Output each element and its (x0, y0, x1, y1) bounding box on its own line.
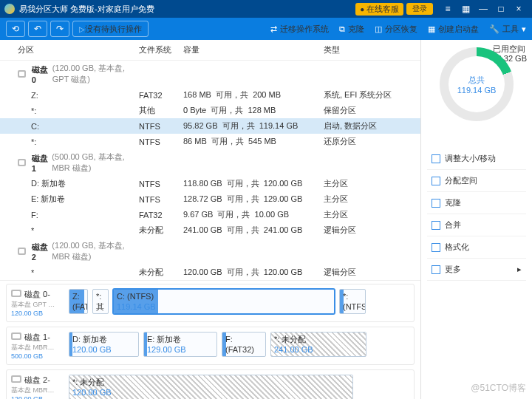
op-allocate[interactable]: 分配空间 (427, 170, 526, 192)
op-resize[interactable]: 调整大小/移动 (427, 148, 526, 170)
bar-segment[interactable]: D: 新加卷120.00 GB (69, 332, 139, 357)
partition-row[interactable]: Z:FAT32168 MB 可用，共 200 MB系统, EFI 系统分区 (0, 87, 420, 103)
disk-row[interactable]: 磁盘 1 (500.00 GB, 基本盘, MBR 磁盘) (0, 149, 420, 176)
col-type: 类型 (324, 44, 415, 55)
pending-ops-button[interactable]: ▷ 没有待执行操作 (72, 21, 149, 37)
op-more[interactable]: 更多 ▸ (427, 259, 526, 281)
resize-icon (432, 154, 440, 163)
partition-row[interactable]: *未分配120.00 GB 可用，共 120.00 GB逻辑分区 (0, 265, 420, 280)
tools-button[interactable]: 🔧 工具 ▾ (489, 24, 526, 35)
bar-segment[interactable]: C: (NTFS)119.14 GB (113, 289, 335, 314)
disk-row[interactable]: 磁盘 0 (120.00 GB, 基本盘, GPT 磁盘) (0, 61, 420, 87)
partition-row[interactable]: *:NTFS86 MB 可用，共 545 MB还原分区 (0, 134, 420, 149)
allocate-icon (432, 177, 440, 185)
table-header: 分区 文件系统 容量 类型 (0, 40, 420, 61)
redo-button[interactable]: ↷ (50, 21, 69, 37)
app-logo-icon (4, 4, 15, 14)
disk-bar-row[interactable]: 磁盘 0-基本盘 GPT …120.00 GBZ: (FAT32)200 MB*… (6, 284, 415, 322)
partition-row[interactable]: C:NTFS95.82 GB 可用，共 119.14 GB启动, 数据分区 (0, 118, 420, 134)
refresh-button[interactable]: ⟲ (6, 21, 25, 37)
partition-list: 磁盘 0 (120.00 GB, 基本盘, GPT 磁盘)Z:FAT32168 … (0, 61, 420, 280)
col-cap: 容量 (183, 44, 324, 55)
clone-button[interactable]: ⧉ 克隆 (339, 24, 364, 35)
disk-bar-row[interactable]: 磁盘 2-基本盘 MBR…120.00 GB*: 未分配120.00 GB (6, 369, 415, 399)
merge-icon (432, 221, 440, 230)
bar-segment[interactable]: *: 未分配241.00 GB (270, 332, 366, 357)
disk-icon (18, 159, 26, 166)
bootdisk-button[interactable]: ▦ 创建启动盘 (428, 24, 479, 35)
col-name: 分区 (6, 44, 139, 55)
bar-segment[interactable]: E: 新加卷129.00 GB (143, 332, 217, 357)
partition-row[interactable]: *未分配241.00 GB 可用，共 241.00 GB逻辑分区 (0, 222, 420, 238)
format-icon (432, 243, 440, 252)
online-support-button[interactable]: ● 在线客服 (355, 3, 403, 16)
partition-row[interactable]: *:其他0 Byte 可用，共 128 MB保留分区 (0, 103, 420, 118)
toolbar: ⟲ ↶ ↷ ▷ 没有待执行操作 ⇄ 迁移操作系统 ⧉ 克隆 ◫ 分区恢复 ▦ 创… (0, 18, 532, 40)
sidebar: 已用空间23.32 GB 总共119.14 GB 调整大小/移动分配空间克隆合并… (421, 40, 532, 399)
undo-button[interactable]: ↶ (28, 21, 47, 37)
login-button[interactable]: 登录 (406, 3, 433, 15)
window-title: 易我分区大师 免费版-对家庭用户免费 (19, 4, 355, 15)
migrate-os-button[interactable]: ⇄ 迁移操作系统 (270, 24, 329, 35)
bar-segment[interactable]: *: (NTFS)545 MB (339, 289, 366, 314)
titlebar: 易我分区大师 免费版-对家庭用户免费 ● 在线客服 登录 ≡ ▦ — □ × (0, 0, 532, 18)
partition-row[interactable]: D: 新加卷NTFS118.80 GB 可用，共 120.00 GB主分区 (0, 176, 420, 191)
disk-icon (18, 70, 26, 78)
partition-row[interactable]: E: 新加卷NTFS128.72 GB 可用，共 129.00 GB主分区 (0, 191, 420, 207)
partition-row[interactable]: F:FAT329.67 GB 可用，共 10.00 GB主分区 (0, 207, 420, 222)
usage-donut: 总共119.14 GB (440, 47, 514, 121)
col-fs: 文件系统 (139, 44, 183, 55)
close-icon[interactable]: × (510, 4, 528, 14)
recover-button[interactable]: ◫ 分区恢复 (375, 24, 417, 35)
op-merge[interactable]: 合并 (427, 214, 526, 236)
bar-segment[interactable]: F: (FAT32)10.00 GB (222, 332, 266, 357)
maximize-icon[interactable]: □ (492, 4, 510, 14)
op-format[interactable]: 格式化 (427, 236, 526, 259)
menu-icon[interactable]: ≡ (439, 4, 457, 14)
bar-segment[interactable]: *: 其他128 MB (92, 289, 109, 314)
bar-segment[interactable]: *: 未分配120.00 GB (69, 375, 353, 399)
op-clone[interactable]: 克隆 (427, 192, 526, 214)
disk-bar-row[interactable]: 磁盘 1-基本盘 MBR…500.00 GBD: 新加卷120.00 GBE: … (6, 327, 415, 365)
bar-segment[interactable]: Z: (FAT32)200 MB (69, 289, 88, 314)
disk-row[interactable]: 磁盘 2 (120.00 GB, 基本盘, MBR 磁盘) (0, 238, 420, 265)
minimize-icon[interactable]: — (474, 4, 492, 14)
clone-icon (432, 199, 440, 208)
disk-bar-area: 磁盘 0-基本盘 GPT …120.00 GBZ: (FAT32)200 MB*… (0, 280, 420, 399)
watermark: @51CTO博客 (471, 382, 526, 395)
more-icon (432, 265, 440, 274)
disk-icon (18, 248, 26, 255)
settings-icon[interactable]: ▦ (457, 4, 474, 14)
